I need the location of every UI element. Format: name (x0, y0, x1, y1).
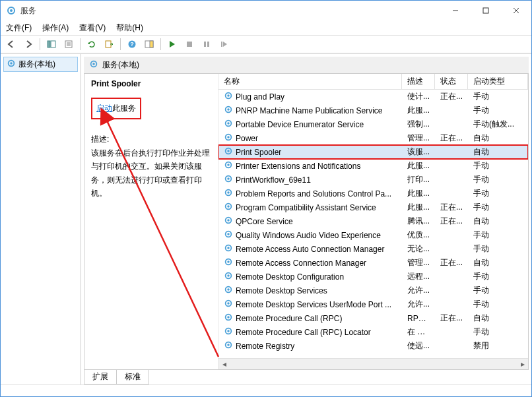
back-button[interactable] (3, 37, 19, 51)
service-startup: 手动(触发... (468, 119, 528, 130)
action-pane-button[interactable] (141, 37, 157, 51)
service-startup: 自动 (468, 216, 528, 227)
tree-root-label: 服务(本地) (18, 59, 55, 70)
svg-text:?: ? (130, 41, 134, 47)
export-button[interactable] (101, 37, 117, 51)
svg-point-48 (227, 247, 230, 249)
svg-point-28 (227, 108, 230, 111)
service-startup: 手动 (468, 188, 528, 199)
gear-icon (224, 299, 233, 310)
service-row[interactable]: QPCore Service腾讯...正在...自动 (218, 214, 528, 228)
app-icon (6, 5, 17, 16)
gear-icon (224, 174, 233, 185)
statusbar (1, 384, 531, 396)
service-row[interactable]: PrintWorkflow_69e11打印...手动 (218, 173, 528, 187)
list-pane-title: 服务(本地) (102, 59, 139, 71)
gear-icon (224, 146, 233, 158)
detail-panel: Print Spooler 启动此服务 描述: 该服务在后台执行打印作业并处理与… (84, 74, 218, 369)
service-row[interactable]: Power管理...正在...自动 (218, 131, 528, 145)
menu-action[interactable]: 操作(A) (42, 22, 69, 34)
column-startup[interactable]: 启动类型 (468, 74, 528, 89)
service-row[interactable]: Printer Extensions and Notifications此服..… (218, 159, 528, 173)
service-row[interactable]: Plug and Play使计...正在...手动 (218, 90, 528, 104)
menubar: 文件(F) 操作(A) 查看(V) 帮助(H) (1, 20, 531, 35)
minimize-button[interactable] (440, 1, 471, 20)
svg-point-62 (227, 344, 230, 346)
svg-point-52 (227, 274, 230, 277)
show-hide-tree-button[interactable] (44, 37, 59, 51)
service-row[interactable]: Print Spooler该服...自动 (218, 145, 528, 159)
service-row[interactable]: Remote Procedure Call (RPC) Locator在 W..… (218, 325, 528, 339)
svg-point-36 (227, 164, 230, 166)
service-row[interactable]: Portable Device Enumerator Service强制...手… (218, 117, 528, 131)
service-name: Printer Extensions and Notifications (236, 162, 360, 171)
column-status[interactable]: 状态 (435, 74, 468, 89)
svg-point-58 (227, 316, 230, 319)
list-rows: Plug and Play使计...正在...手动PNRP Machine Na… (218, 90, 528, 358)
start-service-link[interactable]: 启动 (96, 104, 112, 113)
forward-button[interactable] (20, 37, 36, 51)
scroll-right-arrow[interactable]: ▸ (517, 359, 528, 370)
service-name: Print Spooler (236, 148, 281, 157)
properties-button[interactable] (61, 37, 77, 51)
service-row[interactable]: Remote Access Auto Connection Manager无论.… (218, 242, 528, 256)
start-service-button[interactable] (164, 37, 180, 51)
gear-icon (224, 285, 233, 296)
restart-service-button[interactable] (216, 37, 232, 51)
service-desc: 无论... (402, 243, 435, 255)
service-desc: 此服... (402, 160, 435, 171)
tab-extended[interactable]: 扩展 (84, 370, 117, 384)
service-status: 正在... (435, 133, 468, 144)
service-startup: 自动 (468, 313, 528, 324)
service-row[interactable]: Remote Access Connection Manager管理...正在.… (218, 256, 528, 270)
svg-point-46 (227, 233, 230, 235)
service-name: Remote Access Auto Connection Manager (236, 245, 384, 254)
service-row[interactable]: Remote Procedure Call (RPC)RPC...正在...自动 (218, 311, 528, 325)
horizontal-scrollbar[interactable]: ◂ ▸ (218, 358, 528, 369)
gear-icon (7, 59, 16, 70)
service-row[interactable]: PNRP Machine Name Publication Service此服.… (218, 104, 528, 117)
menu-view[interactable]: 查看(V) (79, 22, 106, 34)
svg-point-30 (227, 122, 230, 125)
gear-icon (224, 313, 233, 324)
service-row[interactable]: Program Compatibility Assistant Service此… (218, 200, 528, 214)
service-name: Power (236, 134, 258, 143)
column-name[interactable]: 名称 (218, 74, 402, 89)
refresh-button[interactable] (84, 37, 100, 51)
service-row[interactable]: Remote Registry使远...禁用 (218, 339, 528, 353)
titlebar: 服务 (1, 1, 531, 20)
menu-help[interactable]: 帮助(H) (116, 22, 143, 34)
pause-service-button[interactable] (199, 37, 215, 51)
gear-icon (224, 243, 233, 255)
maximize-button[interactable] (471, 1, 501, 20)
service-row[interactable]: Problem Reports and Solutions Control Pa… (218, 187, 528, 200)
start-service-box: 启动此服务 (91, 98, 141, 119)
service-desc: 优质... (402, 229, 435, 241)
scroll-left-arrow[interactable]: ◂ (218, 359, 230, 370)
service-startup: 自动 (468, 257, 528, 268)
svg-rect-7 (51, 41, 55, 47)
service-desc: 此服... (402, 188, 435, 199)
stop-service-button[interactable] (182, 37, 197, 51)
service-desc: 管理... (402, 257, 435, 268)
gear-icon (224, 133, 233, 144)
service-row[interactable]: Remote Desktop Services UserMode Port ..… (218, 297, 528, 311)
service-row[interactable]: Remote Desktop Services允许...手动 (218, 284, 528, 297)
tab-standard[interactable]: 标准 (116, 370, 149, 384)
column-description[interactable]: 描述 (402, 74, 435, 89)
help-button[interactable]: ? (124, 37, 140, 51)
service-row[interactable]: Quality Windows Audio Video Experience优质… (218, 228, 528, 242)
service-status: 正在... (435, 257, 468, 268)
start-service-suffix: 此服务 (112, 104, 136, 113)
service-startup: 手动 (468, 326, 528, 338)
tree-root-services[interactable]: 服务(本地) (3, 57, 78, 72)
service-desc: 管理... (402, 133, 435, 144)
close-button[interactable] (501, 1, 531, 20)
window-title: 服务 (20, 5, 440, 16)
description-text: 该服务在后台执行打印作业并处理与打印机的交互。如果关闭该服务，则无法进行打印或查… (91, 146, 211, 200)
svg-rect-6 (48, 41, 50, 47)
service-name: Problem Reports and Solutions Control Pa… (236, 189, 391, 198)
service-row[interactable]: Remote Desktop Configuration远程...手动 (218, 270, 528, 284)
body: 服务(本地) 服务(本地) Print Spooler 启动此服务 描述: 该服… (1, 53, 531, 384)
menu-file[interactable]: 文件(F) (6, 22, 32, 34)
